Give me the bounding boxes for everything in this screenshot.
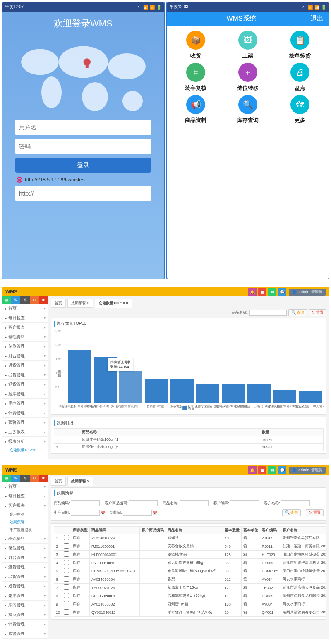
menu-item-盘点[interactable]: 🖨 盘点 bbox=[274, 63, 326, 92]
sidebar-item[interactable]: ▸ 进货管理▾ bbox=[2, 361, 48, 370]
row-checkbox[interactable] bbox=[64, 576, 69, 582]
user-badge[interactable]: 👤 admin 管理员 bbox=[289, 289, 326, 296]
sidebar-item[interactable]: ▸ 库内管理▾ bbox=[2, 399, 48, 408]
filter-prodcode[interactable] bbox=[71, 500, 100, 506]
tab[interactable]: 首页 bbox=[51, 299, 66, 308]
menu-item-上架[interactable]: 🖼 上架 bbox=[222, 31, 274, 60]
tab[interactable]: 仓储数量TOP10 × bbox=[95, 299, 132, 308]
sidebar-subitem[interactable]: 客户库存 bbox=[2, 510, 48, 518]
row-checkbox[interactable] bbox=[64, 568, 69, 573]
row-checkbox[interactable] bbox=[64, 551, 69, 557]
username-input[interactable] bbox=[15, 120, 151, 135]
sidebar-item[interactable]: ▸ 基础资料▾ bbox=[2, 332, 48, 342]
table-row[interactable]: 6库存AY034030004香梨911筐AY034阿友水果商行2018-01-3… bbox=[54, 575, 327, 584]
table-row[interactable]: 5库存HBMC02104002 001 02015东凤海雕味牛柳(500g*40… bbox=[54, 567, 327, 575]
menu-item-按单拣货[interactable]: 📋 按单拣货 bbox=[274, 31, 326, 60]
row-checkbox[interactable] bbox=[64, 609, 69, 615]
tool4-icon[interactable]: ↻ bbox=[30, 296, 39, 304]
tasks-icon[interactable]: ▦ bbox=[258, 466, 266, 474]
http-input[interactable] bbox=[15, 186, 151, 201]
tab[interactable]: 首页 bbox=[51, 477, 66, 486]
table-row[interactable]: 10库存QY001040012禾年食品（酱鸭）30支*6袋20箱QY001泉州其… bbox=[54, 608, 327, 617]
tool3-icon[interactable]: ⚙ bbox=[20, 475, 29, 482]
chart-bar[interactable]: 西州密（5箱） bbox=[145, 379, 168, 403]
filter-custprodcode[interactable] bbox=[129, 500, 158, 506]
row-checkbox[interactable] bbox=[64, 593, 69, 598]
tool5-icon[interactable]: ✖ bbox=[39, 475, 48, 482]
sidebar-item[interactable]: ▸ 每日检查▾ bbox=[2, 491, 48, 501]
tool3-icon[interactable]: ⚙ bbox=[20, 296, 29, 304]
tool5-icon[interactable]: ✖ bbox=[39, 296, 48, 304]
search-input[interactable] bbox=[249, 310, 287, 316]
chart-bar[interactable]: 安芯食族安芯籽米 bbox=[170, 379, 194, 403]
sidebar-item[interactable]: ▸ 报表分析▾ bbox=[2, 437, 48, 446]
table-row[interactable]: 2回源佳牛小排200g（616561 bbox=[54, 444, 324, 451]
bell-icon[interactable]: 🔔 bbox=[248, 466, 257, 474]
chart-bar[interactable]: 回源佳牛肋条160g（100包/箱） bbox=[68, 350, 91, 403]
table-row[interactable]: 7库存TH002020129草原蒙王盘羊15kg12箱TH002晋江市池店镇天厚… bbox=[54, 584, 327, 592]
tool2-icon[interactable]: ✎ bbox=[11, 296, 20, 304]
sidebar-item[interactable]: ▸ 出货管理▾ bbox=[2, 572, 48, 582]
row-checkbox[interactable] bbox=[64, 601, 69, 606]
reset-button[interactable]: ↻ 重置 bbox=[306, 509, 324, 516]
row-checkbox[interactable] bbox=[64, 584, 69, 590]
table-row[interactable]: 4库存HY009010012欧大厨铁香嫩橄（5kg）55箱HY009晋江市地道华… bbox=[54, 559, 327, 567]
menu-item-商品资料[interactable]: 📢 商品资料 bbox=[170, 95, 222, 124]
sidebar-item[interactable]: ▸ 每日检查▾ bbox=[2, 313, 48, 323]
menu-item-收货[interactable]: 📦 收货 bbox=[170, 31, 222, 60]
user-badge[interactable]: 👤 admin 管理员 bbox=[289, 467, 326, 474]
sidebar-item[interactable]: ▸ 储位管理▾ bbox=[2, 544, 48, 553]
table-row[interactable]: 1回源佳牛肋条160g（119179 bbox=[54, 436, 324, 444]
menu-item-库存查询[interactable]: 🔍 库存查询 bbox=[222, 95, 274, 124]
search-button[interactable]: 🔍 查询 bbox=[282, 509, 301, 516]
msg-icon[interactable]: 💬 bbox=[278, 288, 286, 296]
logout-button[interactable]: 退出 bbox=[310, 14, 324, 23]
msg-icon[interactable]: 💬 bbox=[278, 466, 286, 474]
chart-bar[interactable]: 通正金莲苕（18入/箱） bbox=[299, 391, 322, 403]
menu-item-储位转移[interactable]: ＋ 储位转移 bbox=[222, 63, 274, 92]
sidebar-item[interactable]: ▸ 出货管理▾ bbox=[2, 370, 48, 380]
search-button[interactable]: 🔍 查询 bbox=[288, 309, 307, 316]
sidebar-item[interactable]: ▸ 客户报表▾ bbox=[2, 501, 48, 510]
chart-bar[interactable]: 回源佳羊肋排260g（60包/箱） bbox=[273, 390, 296, 403]
login-button[interactable]: 登录 bbox=[15, 158, 151, 173]
sidebar-item[interactable]: ▸ 进货管理▾ bbox=[2, 563, 48, 572]
table-row[interactable]: 3库存HLF029030001猕猴桃/黄果128箱HLF029佛山市南海区桂城硕… bbox=[54, 551, 327, 559]
table-row[interactable]: 8库存RB035020001六和冻鹌鹑畜L（10kg）11箱RB035泉州市仁邦… bbox=[54, 592, 327, 600]
tab[interactable]: 效期预警 × bbox=[67, 477, 93, 486]
chart-bar[interactable]: 绵薄情说明书 bbox=[119, 371, 142, 403]
reset-button[interactable]: ↻ 重置 bbox=[309, 309, 326, 316]
password-input[interactable] bbox=[15, 139, 151, 154]
sidebar-subitem[interactable]: 仓储数量TOP10 bbox=[2, 446, 48, 454]
sidebar-item[interactable]: ▸ 月台管理▾ bbox=[2, 553, 48, 563]
table-row[interactable]: 2库存RJ011030001安芯食族文旦柚546箱RJ011仁建（福建）商贸有限… bbox=[54, 542, 327, 551]
sidebar-item[interactable]: ▸ 储位管理▾ bbox=[2, 342, 48, 351]
tool2-icon[interactable]: ✎ bbox=[11, 475, 20, 482]
menu-item-装车复核[interactable]: ⌗ 装车复核 bbox=[170, 63, 222, 92]
sidebar-item[interactable]: ▸ 退货管理▾ bbox=[2, 582, 48, 591]
table-row[interactable]: 1库存ZT014010029鳕鳗堂40箱ZT014泉州智泰食品贸易有限360 bbox=[54, 534, 327, 542]
sidebar-item[interactable]: ▸ 计费管理▾ bbox=[2, 408, 48, 418]
filter-custname[interactable] bbox=[281, 500, 310, 506]
sidebar-item[interactable]: ▸ 首页▾ bbox=[2, 482, 48, 491]
row-checkbox[interactable] bbox=[64, 560, 69, 565]
row-checkbox[interactable] bbox=[64, 543, 69, 549]
sidebar-item[interactable]: ▸ 基础资料▾ bbox=[2, 534, 48, 544]
filter-prodname[interactable] bbox=[180, 500, 209, 506]
chart-bar[interactable]: 乌金伯乌鱼子干贝酱（120g*36入/箱） bbox=[247, 384, 271, 403]
chart-bar[interactable]: 圣德行保温袋（清） bbox=[196, 384, 219, 403]
filter-proddate[interactable] bbox=[71, 510, 100, 516]
sidebar-item[interactable]: ▸ 库内管理▾ bbox=[2, 601, 48, 610]
tool1-icon[interactable]: ⊞ bbox=[2, 475, 11, 482]
chart-bar[interactable]: 回源佳鸡排200g（80包/箱） bbox=[222, 384, 245, 403]
sidebar-item[interactable]: ▸ 计费管理▾ bbox=[2, 620, 48, 629]
tasks-icon[interactable]: ▦ bbox=[258, 288, 266, 296]
sidebar-item[interactable]: ▸ 首页▾ bbox=[2, 304, 48, 313]
filter-expdate[interactable] bbox=[123, 510, 152, 516]
sidebar-item[interactable]: ▸ 退货管理▾ bbox=[2, 380, 48, 389]
sidebar-item[interactable]: ▸ 盘点管理▾ bbox=[2, 610, 48, 620]
sidebar-item[interactable]: ▸ 客户报表▾ bbox=[2, 323, 48, 332]
menu-item-更多[interactable]: 🗺 更多 bbox=[274, 95, 326, 124]
mail-icon[interactable]: ✉ bbox=[268, 288, 276, 296]
row-checkbox[interactable] bbox=[64, 535, 69, 540]
